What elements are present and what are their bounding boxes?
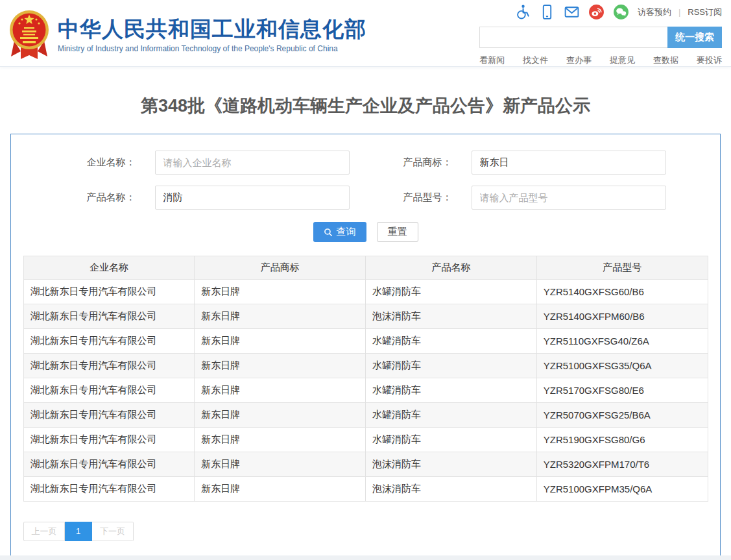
query-button[interactable]: 查询 [313, 222, 366, 242]
cell-product: 水罐消防车 [366, 403, 537, 428]
field-company-name: 企业名称： [66, 151, 350, 175]
cell-product: 水罐消防车 [366, 378, 537, 403]
column-header-product: 产品名称 [366, 256, 537, 280]
cell-company: 湖北新东日专用汽车有限公司 [23, 428, 195, 452]
unified-search-input[interactable] [479, 27, 667, 48]
form-actions: 查询 重置 [11, 222, 720, 242]
footer-strip [0, 555, 731, 560]
quick-link-news[interactable]: 看新闻 [479, 55, 505, 66]
cell-trademark: 新东日牌 [195, 428, 366, 452]
cell-company: 湖北新东日专用汽车有限公司 [23, 329, 195, 354]
rss-subscribe-link[interactable]: RSS订阅 [688, 6, 722, 18]
cell-company: 湖北新东日专用汽车有限公司 [23, 304, 195, 329]
pagination: 上一页 1 下一页 [23, 522, 720, 541]
reset-button[interactable]: 重置 [377, 222, 418, 242]
page-title: 第348批《道路机动车辆生产企业及产品公告》新产品公示 [0, 95, 731, 116]
cell-model: YZR5070GXFSG25/B6A [536, 403, 708, 428]
product-trademark-input[interactable] [472, 151, 666, 175]
table-row: 湖北新东日专用汽车有限公司 新东日牌 泡沫消防车 YZR5100GXFPM35/… [23, 477, 708, 502]
cell-product: 水罐消防车 [366, 280, 537, 304]
cell-product: 水罐消防车 [366, 354, 537, 378]
cell-company: 湖北新东日专用汽车有限公司 [23, 378, 195, 403]
visitor-appointment-link[interactable]: 访客预约 [638, 6, 671, 18]
column-header-model: 产品型号 [536, 256, 708, 280]
table-row: 湖北新东日专用汽车有限公司 新东日牌 水罐消防车 YZR5070GXFSG25/… [23, 403, 708, 428]
site-subtitle: Ministry of Industry and Information Tec… [58, 44, 366, 53]
table-row: 湖北新东日专用汽车有限公司 新东日牌 水罐消防车 YZR5170GXFSG80/… [23, 378, 708, 403]
brand: 中华人民共和国工业和信息化部 Ministry of Industry and … [9, 0, 366, 66]
header-top-row: 访客预约 | RSS订阅 [479, 3, 722, 21]
query-button-label: 查询 [337, 226, 356, 238]
results-table: 企业名称 产品商标 产品名称 产品型号 湖北新东日专用汽车有限公司 新东日牌 水… [23, 256, 708, 502]
brand-text: 中华人民共和国工业和信息化部 Ministry of Industry and … [58, 17, 366, 53]
cell-product: 泡沫消防车 [366, 477, 537, 502]
cell-product: 水罐消防车 [366, 329, 537, 354]
cell-company: 湖北新东日专用汽车有限公司 [23, 452, 195, 477]
pagination-next-button[interactable]: 下一页 [92, 522, 134, 541]
national-emblem-logo [9, 8, 49, 62]
cell-trademark: 新东日牌 [195, 280, 366, 304]
column-header-company: 企业名称 [23, 256, 195, 280]
cell-trademark: 新东日牌 [195, 304, 366, 329]
product-model-label: 产品型号： [382, 191, 452, 204]
cell-trademark: 新东日牌 [195, 354, 366, 378]
pagination-prev-button[interactable]: 上一页 [23, 522, 65, 541]
field-product-model: 产品型号： [382, 186, 666, 210]
cell-model: YZR5140GXFSG60/B6 [536, 280, 708, 304]
cell-company: 湖北新东日专用汽车有限公司 [23, 477, 195, 502]
table-row: 湖北新东日专用汽车有限公司 新东日牌 水罐消防车 YZR5140GXFSG60/… [23, 280, 708, 304]
cell-model: YZR5190GXFSG80/G6 [536, 428, 708, 452]
column-header-trademark: 产品商标 [195, 256, 366, 280]
cell-trademark: 新东日牌 [195, 403, 366, 428]
quick-link-feedback[interactable]: 提意见 [610, 55, 635, 66]
quick-link-data[interactable]: 查数据 [653, 55, 678, 66]
product-model-input[interactable] [472, 186, 666, 210]
cell-product: 水罐消防车 [366, 428, 537, 452]
cell-trademark: 新东日牌 [195, 477, 366, 502]
cell-product: 泡沫消防车 [366, 452, 537, 477]
company-name-label: 企业名称： [66, 156, 136, 169]
accessibility-icon[interactable] [514, 4, 531, 20]
cell-company: 湖北新东日专用汽车有限公司 [23, 403, 195, 428]
wechat-icon[interactable] [613, 4, 629, 20]
quick-link-services[interactable]: 查办事 [566, 55, 592, 66]
pagination-page-1[interactable]: 1 [65, 522, 92, 541]
table-row: 湖北新东日专用汽车有限公司 新东日牌 水罐消防车 YZR5110GXFSG40/… [23, 329, 708, 354]
cell-trademark: 新东日牌 [195, 452, 366, 477]
table-row: 湖北新东日专用汽车有限公司 新东日牌 泡沫消防车 YZR5320GXFPM170… [23, 452, 708, 477]
product-name-input[interactable] [155, 186, 350, 210]
quick-link-documents[interactable]: 找文件 [523, 55, 548, 66]
table-header-row: 企业名称 产品商标 产品名称 产品型号 [23, 256, 708, 280]
site-title: 中华人民共和国工业和信息化部 [58, 17, 366, 42]
product-trademark-label: 产品商标： [382, 156, 452, 169]
cell-trademark: 新东日牌 [195, 329, 366, 354]
site-header: 中华人民共和国工业和信息化部 Ministry of Industry and … [0, 0, 731, 67]
field-product-trademark: 产品商标： [382, 151, 666, 175]
main-content: 第348批《道路机动车辆生产企业及产品公告》新产品公示 企业名称： 产品商标： … [0, 95, 731, 557]
cell-trademark: 新东日牌 [195, 378, 366, 403]
weibo-icon[interactable] [588, 4, 605, 20]
cell-company: 湖北新东日专用汽车有限公司 [23, 354, 195, 378]
quick-link-complaint[interactable]: 要投诉 [697, 55, 722, 66]
product-name-label: 产品名称： [66, 191, 136, 204]
table-row: 湖北新东日专用汽车有限公司 新东日牌 水罐消防车 YZR5100GXFSG35/… [23, 354, 708, 378]
table-row: 湖北新东日专用汽车有限公司 新东日牌 泡沫消防车 YZR5140GXFPM60/… [23, 304, 708, 329]
cell-model: YZR5110GXFSG40/Z6A [536, 329, 708, 354]
announcement-panel: 企业名称： 产品商标： 产品名称： 产品型号： 查询 [10, 134, 721, 557]
unified-search: 统一搜索 [479, 27, 722, 48]
cell-model: YZR5170GXFSG80/E6 [536, 378, 708, 403]
header-right: 访客预约 | RSS订阅 统一搜索 看新闻 找文件 查办事 提意见 查数据 要投… [479, 0, 722, 66]
top-links-divider: | [678, 7, 680, 17]
cell-model: YZR5100GXFPM35/Q6A [536, 477, 708, 502]
company-name-input[interactable] [155, 151, 350, 175]
field-product-name: 产品名称： [66, 186, 350, 210]
cell-model: YZR5140GXFPM60/B6 [536, 304, 708, 329]
unified-search-button[interactable]: 统一搜索 [667, 27, 722, 48]
cell-model: YZR5100GXFSG35/Q6A [536, 354, 708, 378]
quick-links: 看新闻 找文件 查办事 提意见 查数据 要投诉 [479, 55, 722, 66]
mail-icon[interactable] [564, 4, 580, 20]
table-row: 湖北新东日专用汽车有限公司 新东日牌 水罐消防车 YZR5190GXFSG80/… [23, 428, 708, 452]
cell-company: 湖北新东日专用汽车有限公司 [23, 280, 195, 304]
query-form: 企业名称： 产品商标： 产品名称： 产品型号： [11, 151, 720, 210]
mobile-icon[interactable] [539, 4, 555, 20]
